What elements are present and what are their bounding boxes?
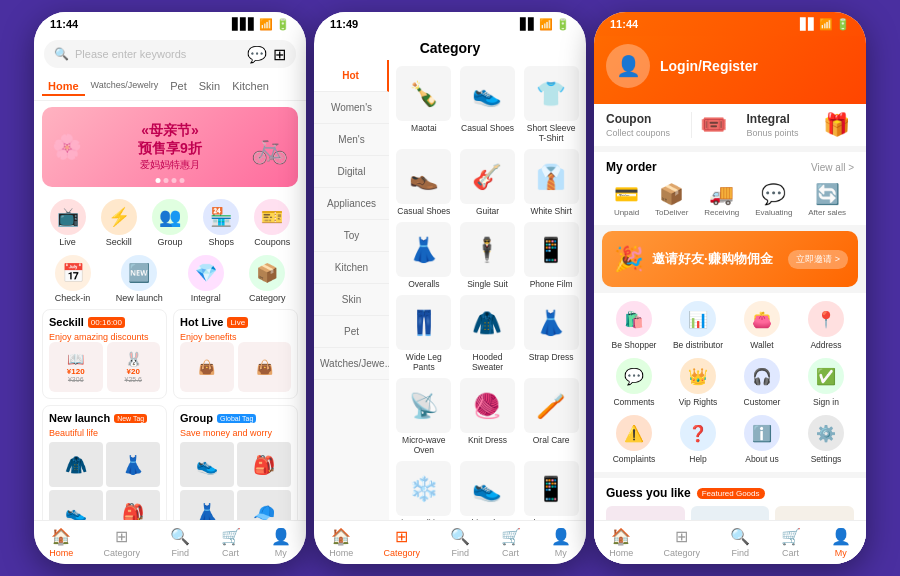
service-wallet[interactable]: 👛 Wallet	[734, 301, 790, 350]
p3-bnav-find[interactable]: 🔍 Find	[730, 527, 750, 558]
dot-4	[180, 178, 185, 183]
service-comments[interactable]: 💬 Comments	[606, 358, 662, 407]
p3-bnav-category[interactable]: ⊞ Category	[663, 527, 700, 558]
order-unpaid[interactable]: 💳 Unpaid	[614, 182, 639, 217]
cat-product-microwave[interactable]: 📡 Micro-wave Oven	[395, 378, 453, 455]
p2-bnav-my[interactable]: 👤 My	[551, 527, 571, 558]
p2-bnav-cart[interactable]: 🛒 Cart	[501, 527, 521, 558]
cat-product-hoodie[interactable]: 🧥 Hooded Sweater	[459, 295, 517, 372]
cat-product-maotai[interactable]: 🍾 Maotai	[395, 66, 453, 143]
order-evaluating[interactable]: 💬 Evaluating	[755, 182, 792, 217]
icon-live[interactable]: 📺 Live	[50, 199, 86, 247]
strapdress-name: Strap Dress	[529, 352, 574, 362]
cat-product-ac[interactable]: ❄️ Air Conditioner	[395, 461, 453, 524]
cat-product-strapdress[interactable]: 👗 Strap Dress	[522, 295, 580, 372]
complaints-icon-circle: ⚠️	[616, 415, 652, 451]
icon-checkin[interactable]: 📅 Check-in	[55, 255, 91, 303]
message-icon[interactable]: 💬	[247, 45, 267, 64]
service-distributor[interactable]: 📊 Be distributor	[670, 301, 726, 350]
cat-product-tshirt[interactable]: 👕 Short Sleeve T-Shirt	[522, 66, 580, 143]
invite-button[interactable]: 立即邀请 >	[788, 250, 848, 269]
integral-item[interactable]: Integral Bonus points	[735, 112, 820, 138]
cat-product-widepants[interactable]: 👖 Wide Leg Pants	[395, 295, 453, 372]
view-all[interactable]: View all >	[811, 162, 854, 173]
service-signin[interactable]: ✅ Sign in	[798, 358, 854, 407]
icon-coupons[interactable]: 🎫 Coupons	[254, 199, 290, 247]
cat-product-shoes[interactable]: 👟 Casual Shoes	[459, 66, 517, 143]
icon-group[interactable]: 👥 Group	[152, 199, 188, 247]
cat-product-whiteshoes[interactable]: 👟 White Shoes	[459, 461, 517, 524]
bnav-home[interactable]: 🏠 Home	[49, 527, 73, 558]
group-badge: Global Tag	[217, 414, 256, 423]
nav-skin[interactable]: Skin	[193, 78, 226, 96]
cat-product-guitar[interactable]: 🎸 Guitar	[459, 149, 517, 216]
cat-product-knitdress[interactable]: 🧶 Knit Dress	[459, 378, 517, 455]
cat-pet[interactable]: Pet	[314, 316, 389, 348]
seckill-product-1[interactable]: 📖 ¥120 ¥306	[49, 342, 103, 392]
icon-category[interactable]: 📦 Category	[249, 255, 286, 303]
cat-appliances[interactable]: Appliances	[314, 188, 389, 220]
cat-womens[interactable]: Women's	[314, 92, 389, 124]
invite-banner[interactable]: 🎉 邀请好友·赚购物佣金 立即邀请 >	[602, 231, 858, 287]
home-banner[interactable]: 🌸 «母亲节»预售享9折 爱妈妈特惠月 🚲	[42, 107, 298, 187]
cat-kitchen[interactable]: Kitchen	[314, 252, 389, 284]
bnav-category[interactable]: ⊞ Category	[103, 527, 140, 558]
seckill-card[interactable]: Seckill 00:16:00 Enjoy amazing discounts…	[42, 309, 167, 399]
icon-shops[interactable]: 🏪 Shops	[203, 199, 239, 247]
p3-bnav-home[interactable]: 🏠 Home	[609, 527, 633, 558]
avatar[interactable]: 👤	[606, 44, 650, 88]
p3-bnav-cart[interactable]: 🛒 Cart	[781, 527, 801, 558]
hotlive-product-1[interactable]: 👜	[180, 342, 234, 392]
cat-watches[interactable]: Watches/Jewe...	[314, 348, 389, 380]
service-complaints[interactable]: ⚠️ Complaints	[606, 415, 662, 464]
service-customer[interactable]: 🎧 Customer	[734, 358, 790, 407]
cat-skin[interactable]: Skin	[314, 284, 389, 316]
cat-product-whiteshirt[interactable]: 👔 White Shirt	[522, 149, 580, 216]
coupon-item[interactable]: Coupon Collect coupons	[606, 112, 692, 138]
hotlive-product-2[interactable]: 👜	[238, 342, 292, 392]
wallet-label: Wallet	[750, 340, 773, 350]
seckill-product-2[interactable]: 🐰 ¥20 ¥25.6	[107, 342, 161, 392]
scan-icon[interactable]: ⊞	[273, 45, 286, 64]
group-card[interactable]: Group Global Tag Save money and worry 👟 …	[173, 405, 298, 527]
p2-bnav-category[interactable]: ⊞ Category	[383, 527, 420, 558]
cat-product-overalls[interactable]: 👗 Overalls	[395, 222, 453, 289]
p2-bnav-home[interactable]: 🏠 Home	[329, 527, 353, 558]
cat-hot[interactable]: Hot	[314, 60, 389, 92]
bnav-cart[interactable]: 🛒 Cart	[221, 527, 241, 558]
nav-pet[interactable]: Pet	[164, 78, 193, 96]
search-bar[interactable]: 🔍 Please enter keywords 💬 ⊞	[44, 40, 296, 68]
nav-watches[interactable]: Watches/Jewelry	[85, 78, 165, 96]
p3-bnav-my[interactable]: 👤 My	[831, 527, 851, 558]
nav-home[interactable]: Home	[42, 78, 85, 96]
order-todeliver[interactable]: 📦 ToDeliver	[655, 182, 688, 217]
order-aftersales[interactable]: 🔄 After sales	[808, 182, 846, 217]
cat-product-oralcare[interactable]: 🪥 Oral Care	[522, 378, 580, 455]
service-help[interactable]: ❓ Help	[670, 415, 726, 464]
p2-bnav-find[interactable]: 🔍 Find	[450, 527, 470, 558]
icon-seckill[interactable]: ⚡ Seckill	[101, 199, 137, 247]
bnav-my[interactable]: 👤 My	[271, 527, 291, 558]
icon-integral[interactable]: 💎 Integral	[188, 255, 224, 303]
bnav-find[interactable]: 🔍 Find	[170, 527, 190, 558]
cat-toy[interactable]: Toy	[314, 220, 389, 252]
cat-product-phonefilm[interactable]: 📱 Phone Film	[522, 222, 580, 289]
service-vip[interactable]: 👑 Vip Rights	[670, 358, 726, 407]
service-settings[interactable]: ⚙️ Settings	[798, 415, 854, 464]
cat-mens[interactable]: Men's	[314, 124, 389, 156]
nav-kitchen[interactable]: Kitchen	[226, 78, 275, 96]
hotlive-card[interactable]: Hot Live Live Enjoy benefits 👜 👜	[173, 309, 298, 399]
live-label: Live	[59, 237, 76, 247]
order-receiving[interactable]: 🚚 Receiving	[704, 182, 739, 217]
nl-img-2: 👗	[106, 442, 160, 487]
icon-newlaunch[interactable]: 🆕 New launch	[116, 255, 163, 303]
new-launch-card[interactable]: New launch New Tag Beautiful life 🧥 👗 👟 …	[42, 405, 167, 527]
service-about[interactable]: ℹ️ About us	[734, 415, 790, 464]
cat-digital[interactable]: Digital	[314, 156, 389, 188]
service-shopper[interactable]: 🛍️ Be Shopper	[606, 301, 662, 350]
service-address[interactable]: 📍 Address	[798, 301, 854, 350]
phonecase-img: 📱	[524, 461, 579, 516]
cat-product-suit[interactable]: 🕴 Single Suit	[459, 222, 517, 289]
cat-product-phonecase[interactable]: 📱 Phone Case	[522, 461, 580, 524]
cat-product-casual-shoes[interactable]: 👞 Casual Shoes	[395, 149, 453, 216]
